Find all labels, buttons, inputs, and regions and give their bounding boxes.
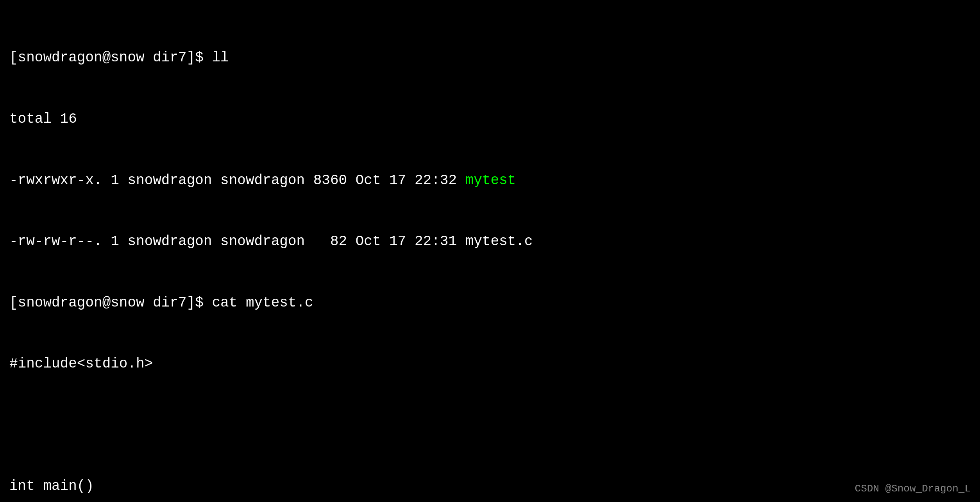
line-4: -rw-rw-r--. 1 snowdragon snowdragon 82 O… [9,231,971,252]
line-1: [snowdragon@snow dir7]$ ll [9,48,971,68]
terminal-window: [snowdragon@snow dir7]$ ll total 16 -rwx… [0,0,980,502]
line-6: #include<stdio.h> [9,354,971,374]
line-8: int main() [9,476,971,497]
line-5: [snowdragon@snow dir7]$ cat mytest.c [9,293,971,313]
mytest-highlight: mytest [465,172,516,188]
line-7 [9,415,971,436]
line-2: total 16 [9,109,971,129]
terminal-content: [snowdragon@snow dir7]$ ll total 16 -rwx… [9,7,971,502]
watermark: CSDN @Snow_Dragon_L [855,482,971,497]
line-3-text: -rwxrwxr-x. 1 snowdragon snowdragon 8360… [9,172,465,188]
line-3: -rwxrwxr-x. 1 snowdragon snowdragon 8360… [9,170,971,191]
